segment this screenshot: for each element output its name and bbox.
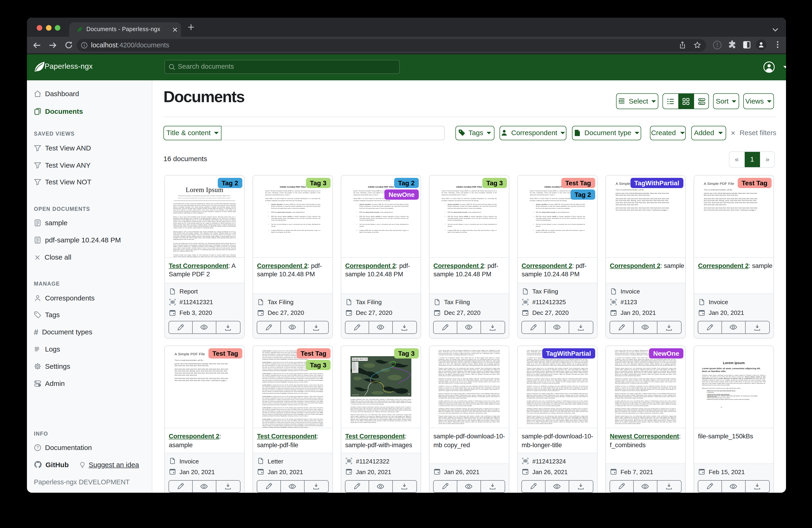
svg-text:Day 6: Day 6 (353, 370, 356, 371)
svg-text:for days in BWCA: for days in BWCA (352, 360, 359, 361)
svg-text:Day 5: Day 5 (353, 369, 356, 369)
svg-text:Legend: Legend (352, 362, 355, 363)
svg-text:Day 1: Day 1 (353, 364, 356, 365)
svg-text:Day 2: Day 2 (353, 365, 356, 366)
svg-text:Google Earth: Google Earth (352, 394, 359, 396)
svg-text:Day 4: Day 4 (353, 367, 356, 368)
svg-text:?: ? (37, 445, 39, 450)
svg-text:Day 3: Day 3 (353, 366, 356, 367)
svg-text:Boundary Waters Trip: Boundary Waters Trip (352, 358, 367, 360)
